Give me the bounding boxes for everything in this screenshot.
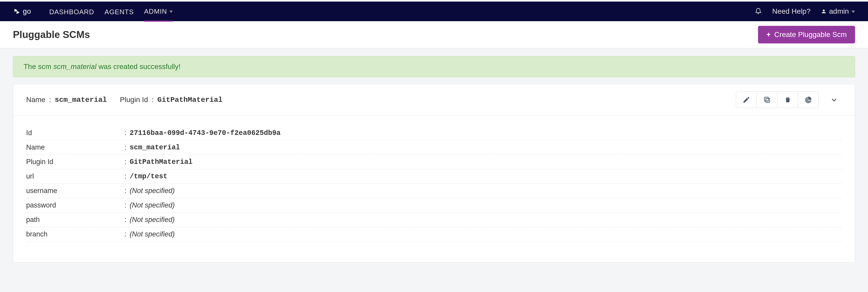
nav-right: Need Help? admin	[755, 7, 855, 15]
svg-rect-4	[765, 97, 768, 101]
detail-key: branch	[26, 230, 124, 238]
trash-icon	[784, 96, 792, 104]
detail-value: (Not specified)	[130, 201, 175, 209]
delete-button[interactable]	[777, 92, 798, 108]
usages-button[interactable]	[798, 92, 818, 108]
svg-rect-3	[766, 99, 770, 102]
detail-key: Plugin Id	[26, 158, 124, 166]
caret-down-icon	[169, 10, 173, 13]
detail-value: (Not specified)	[130, 187, 175, 195]
page-title: Pluggable SCMs	[13, 29, 758, 40]
top-nav: go DASHBOARD AGENTS ADMIN Need Help? adm…	[0, 0, 868, 21]
detail-row: Plugin Id:GitPathMaterial	[26, 155, 842, 169]
create-pluggable-scm-button[interactable]: + Create Pluggable Scm	[758, 26, 855, 43]
detail-value: /tmp/test	[130, 173, 167, 180]
edit-button[interactable]	[736, 92, 756, 108]
copy-icon	[763, 96, 771, 104]
detail-key: Name	[26, 143, 124, 151]
nav-items: DASHBOARD AGENTS ADMIN	[49, 1, 173, 22]
go-logo-icon	[13, 7, 21, 15]
header-name-kv: Name : scm_material	[26, 96, 107, 104]
detail-row: url:/tmp/test	[26, 169, 842, 184]
detail-row: password:(Not specified)	[26, 198, 842, 213]
detail-key: path	[26, 216, 124, 224]
detail-value: 27116baa-099d-4743-9e70-f2ea0625db9a	[130, 129, 281, 137]
nav-agents[interactable]: AGENTS	[104, 1, 134, 22]
detail-value: scm_material	[130, 144, 180, 151]
nav-user-label: admin	[829, 7, 849, 15]
detail-key: username	[26, 187, 124, 195]
logo-text: go	[23, 7, 31, 15]
detail-row: Id:27116baa-099d-4743-9e70-f2ea0625db9a	[26, 126, 842, 140]
detail-key: url	[26, 172, 124, 180]
detail-value: (Not specified)	[130, 230, 175, 238]
create-btn-label: Create Pluggable Scm	[774, 31, 847, 39]
alert-scm-name: scm_material	[53, 63, 96, 71]
header-plugin-label: Plugin Id	[120, 96, 148, 104]
pie-chart-icon	[804, 96, 812, 104]
scm-card-body: Id:27116baa-099d-4743-9e70-f2ea0625db9aN…	[13, 115, 855, 262]
detail-row: branch:(Not specified)	[26, 227, 842, 242]
chevron-down-icon	[831, 97, 837, 103]
detail-value: GitPathMaterial	[130, 158, 192, 166]
collapse-toggle[interactable]	[826, 92, 842, 108]
bell-icon[interactable]	[755, 8, 762, 15]
nav-admin[interactable]: ADMIN	[144, 1, 173, 22]
user-icon	[821, 8, 827, 14]
nav-help[interactable]: Need Help?	[772, 7, 810, 15]
nav-dashboard[interactable]: DASHBOARD	[49, 1, 94, 22]
header-actions	[736, 92, 842, 108]
plus-icon: +	[766, 31, 770, 38]
nav-admin-label: ADMIN	[144, 7, 167, 15]
clone-button[interactable]	[756, 92, 777, 108]
scm-card-header: Name : scm_material Plugin Id : GitPathM…	[13, 84, 855, 115]
detail-row: path:(Not specified)	[26, 213, 842, 227]
svg-marker-1	[17, 11, 20, 14]
detail-value: (Not specified)	[130, 216, 175, 224]
detail-key: Id	[26, 129, 124, 137]
detail-row: Name:scm_material	[26, 140, 842, 155]
subheader: Pluggable SCMs + Create Pluggable Scm	[0, 21, 868, 48]
scm-card: Name : scm_material Plugin Id : GitPathM…	[13, 84, 855, 262]
alert-suffix: was created successfully!	[96, 63, 181, 71]
alert-prefix: The scm	[24, 63, 53, 71]
header-plugin-value: GitPathMaterial	[157, 96, 223, 104]
logo[interactable]: go	[13, 7, 31, 15]
caret-down-icon	[851, 10, 855, 13]
header-name-label: Name	[26, 96, 45, 104]
svg-point-2	[823, 9, 825, 11]
edit-icon	[743, 96, 750, 104]
detail-key: password	[26, 201, 124, 209]
user-menu[interactable]: admin	[821, 7, 855, 15]
header-plugin-kv: Plugin Id : GitPathMaterial	[120, 96, 223, 104]
detail-row: username:(Not specified)	[26, 184, 842, 198]
success-alert: The scm scm_material was created success…	[13, 56, 855, 77]
header-name-value: scm_material	[55, 96, 107, 104]
content: The scm scm_material was created success…	[0, 48, 868, 270]
